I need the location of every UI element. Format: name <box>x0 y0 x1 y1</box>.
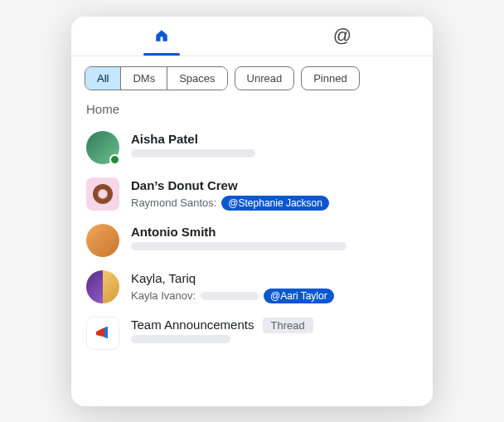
list-item[interactable]: Dan’s Donut Crew Raymond Santos: @Stepha… <box>78 171 426 217</box>
conversation-name: Kayla, Tariq <box>131 271 418 285</box>
filter-unread[interactable]: Unread <box>235 66 295 90</box>
filter-spaces[interactable]: Spaces <box>167 67 226 90</box>
filter-dms[interactable]: DMs <box>121 67 167 90</box>
filter-segmented: All DMs Spaces <box>85 66 228 90</box>
thread-badge: Thread <box>263 318 313 333</box>
list-item[interactable]: Kayla, Tariq Kayla Ivanov: @Aari Taylor <box>78 264 426 310</box>
conversation-name: Aisha Patel <box>131 132 418 146</box>
donut-icon <box>93 184 113 204</box>
tab-mentions[interactable]: @ <box>252 17 433 56</box>
avatar <box>86 270 119 303</box>
avatar <box>86 131 119 164</box>
conversation-list: Aisha Patel Dan’s Donut Crew Raymond San… <box>71 124 433 357</box>
megaphone-icon <box>93 323 113 343</box>
chat-panel: @ All DMs Spaces Unread Pinned Home Aish… <box>71 17 433 406</box>
filter-all[interactable]: All <box>85 67 121 90</box>
at-icon: @ <box>333 25 351 46</box>
filter-bar: All DMs Spaces Unread Pinned <box>71 56 433 97</box>
sender-name: Kayla Ivanov: <box>131 289 196 302</box>
home-icon <box>153 28 170 43</box>
list-item[interactable]: Antonio Smith <box>78 217 426 264</box>
preview-placeholder <box>131 242 346 250</box>
avatar <box>86 317 119 350</box>
preview-placeholder <box>201 292 259 300</box>
conversation-name: Team Announcements Thread <box>131 318 418 332</box>
tab-home[interactable] <box>71 17 252 56</box>
presence-indicator <box>109 154 120 165</box>
preview-placeholder <box>131 149 255 158</box>
section-title: Home <box>71 97 433 124</box>
sender-name: Raymond Santos: <box>131 196 216 209</box>
mention-chip[interactable]: @Stephanie Jackson <box>221 196 329 211</box>
mention-chip[interactable]: @Aari Taylor <box>264 289 334 303</box>
conversation-name: Antonio Smith <box>131 225 418 239</box>
filter-pinned[interactable]: Pinned <box>301 66 359 90</box>
list-item[interactable]: Team Announcements Thread <box>78 310 426 357</box>
avatar <box>86 177 119 211</box>
list-item[interactable]: Aisha Patel <box>78 124 426 171</box>
preview-placeholder <box>131 335 230 343</box>
avatar <box>86 224 119 257</box>
top-nav: @ <box>71 17 433 56</box>
conversation-name: Dan’s Donut Crew <box>131 178 418 192</box>
